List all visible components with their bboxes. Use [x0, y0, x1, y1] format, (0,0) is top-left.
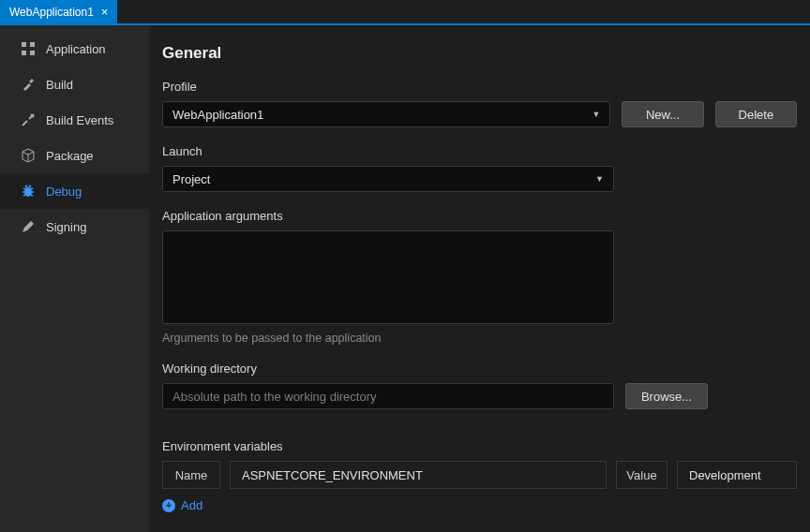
sidebar-item-label: Application: [46, 42, 106, 56]
workdir-input[interactable]: Absolute path to the working directory: [162, 383, 614, 409]
application-icon: [21, 41, 36, 56]
app-args-textarea[interactable]: [162, 230, 614, 324]
profile-value: WebApplication1: [172, 108, 263, 122]
svg-point-12: [29, 185, 31, 187]
package-icon: [21, 148, 36, 163]
sidebar-item-debug[interactable]: Debug: [0, 173, 149, 209]
sidebar: Application Build Build Events Package D…: [0, 25, 149, 532]
tools-icon: [21, 112, 36, 127]
sidebar-item-label: Build Events: [46, 113, 113, 127]
envvars-value-header: Value: [616, 461, 668, 489]
hammer-icon: [21, 77, 36, 92]
add-envvar-label: Add: [181, 498, 202, 512]
section-title: General: [162, 44, 797, 63]
sidebar-item-label: Package: [46, 149, 94, 163]
browse-button[interactable]: Browse...: [625, 383, 708, 409]
delete-profile-button[interactable]: Delete: [715, 101, 797, 127]
svg-line-9: [23, 195, 25, 196]
svg-rect-2: [22, 51, 26, 55]
sidebar-item-application[interactable]: Application: [0, 31, 149, 66]
launch-label: Launch: [162, 144, 797, 158]
chevron-down-icon: ▼: [595, 174, 604, 184]
sidebar-item-label: Build: [46, 78, 73, 92]
launch-value: Project: [172, 172, 210, 186]
add-envvar-link[interactable]: + Add: [162, 498, 797, 512]
envvars-value-cell[interactable]: Development: [677, 461, 797, 489]
svg-line-7: [23, 188, 25, 189]
pen-icon: [21, 219, 36, 234]
sidebar-item-label: Signing: [46, 220, 86, 234]
envvars-label: Environment variables: [162, 439, 797, 453]
close-icon[interactable]: ×: [101, 6, 109, 18]
sidebar-item-build-events[interactable]: Build Events: [0, 102, 149, 138]
launch-select[interactable]: Project ▼: [162, 166, 614, 192]
new-profile-button[interactable]: New...: [622, 101, 703, 127]
profile-label: Profile: [162, 80, 797, 94]
app-args-label: Application arguments: [162, 209, 797, 223]
bug-icon: [21, 184, 36, 199]
tab-webapplication1[interactable]: WebApplication1 ×: [0, 0, 117, 23]
svg-line-8: [31, 188, 33, 189]
tab-bar: WebApplication1 ×: [0, 0, 810, 25]
workdir-label: Working directory: [162, 362, 797, 376]
envvars-name-header: Name: [162, 461, 220, 489]
sidebar-item-signing[interactable]: Signing: [0, 209, 149, 244]
sidebar-item-package[interactable]: Package: [0, 138, 149, 173]
app-args-help: Arguments to be passed to the applicatio…: [162, 332, 797, 345]
envvars-name-cell[interactable]: ASPNETCORE_ENVIRONMENT: [230, 461, 607, 489]
sidebar-item-build[interactable]: Build: [0, 66, 149, 102]
plus-icon: +: [162, 499, 175, 512]
svg-point-11: [25, 185, 27, 187]
sidebar-item-label: Debug: [46, 185, 82, 199]
tab-title: WebApplication1: [9, 6, 94, 19]
svg-rect-3: [30, 51, 35, 55]
main-panel: General Profile WebApplication1 ▼ New...…: [149, 25, 810, 532]
profile-select[interactable]: WebApplication1 ▼: [162, 101, 610, 127]
chevron-down-icon: ▼: [592, 110, 600, 119]
svg-rect-1: [30, 42, 35, 47]
svg-line-10: [31, 195, 33, 196]
svg-rect-0: [22, 42, 26, 47]
